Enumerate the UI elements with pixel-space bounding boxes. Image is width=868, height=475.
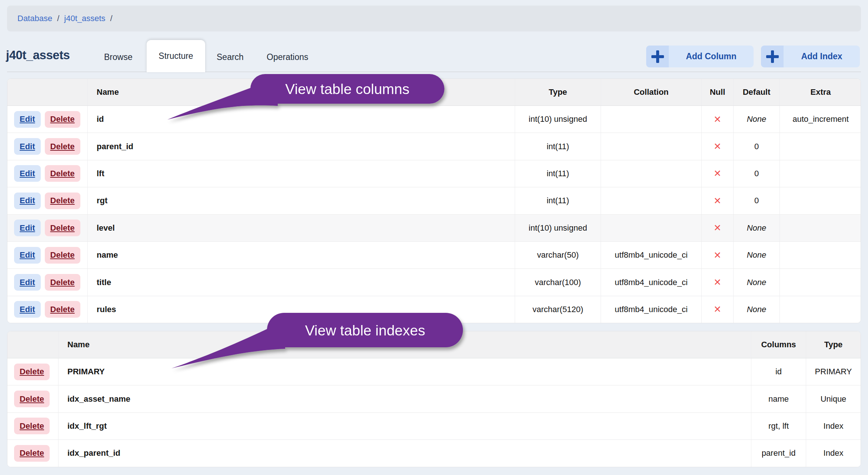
- index-type: PRIMARY: [806, 358, 861, 385]
- tab-operations[interactable]: Operations: [267, 52, 308, 62]
- index-type: Unique: [806, 385, 861, 412]
- column-type: varchar(50): [515, 242, 601, 268]
- column-collation: utf8mb4_unicode_ci: [601, 296, 702, 323]
- column-default: 0: [734, 133, 780, 160]
- column-type: int(11): [515, 133, 601, 160]
- column-collation: [601, 106, 702, 133]
- column-default: None: [734, 296, 780, 323]
- header-null: Null: [702, 79, 734, 106]
- table-row: EditDelete rgt int(11) ✕ 0: [7, 187, 861, 214]
- column-name: title: [88, 269, 515, 295]
- breadcrumb-link-table[interactable]: j40t_assets: [64, 14, 105, 23]
- breadcrumb-link-database[interactable]: Database: [17, 14, 52, 23]
- table-row: Delete idx_asset_name name Unique: [7, 385, 861, 412]
- header-default: Default: [734, 79, 780, 106]
- delete-button[interactable]: Delete: [45, 247, 80, 264]
- delete-button[interactable]: Delete: [45, 138, 80, 155]
- column-default: None: [734, 106, 780, 133]
- column-extra: [780, 187, 861, 214]
- not-null-icon: ✕: [714, 195, 721, 206]
- column-collation: [601, 215, 702, 241]
- delete-button[interactable]: Delete: [14, 364, 50, 380]
- index-type: Index: [806, 413, 861, 439]
- delete-button[interactable]: Delete: [45, 301, 80, 318]
- header-columns: Columns: [751, 331, 806, 358]
- delete-button[interactable]: Delete: [45, 165, 80, 182]
- index-name: PRIMARY: [59, 358, 751, 385]
- not-null-icon: ✕: [714, 304, 721, 315]
- plus-icon: [761, 46, 784, 67]
- header-name: Name: [59, 331, 751, 358]
- table-row: EditDelete level int(10) unsigned ✕ None: [7, 215, 861, 242]
- table-row: EditDelete rules varchar(5120) utf8mb4_u…: [7, 296, 861, 323]
- edit-button[interactable]: Edit: [14, 138, 41, 155]
- column-type: varchar(5120): [515, 296, 601, 323]
- edit-button[interactable]: Edit: [14, 111, 41, 128]
- columns-table-header: Name Type Collation Null Default Extra: [7, 79, 861, 106]
- column-default: None: [734, 269, 780, 295]
- column-name: name: [88, 242, 515, 268]
- column-name: rules: [88, 296, 515, 323]
- header-type: Type: [515, 79, 601, 106]
- column-type: varchar(100): [515, 269, 601, 295]
- column-type: int(10) unsigned: [515, 215, 601, 241]
- table-row: Delete idx_lft_rgt rgt, lft Index: [7, 413, 861, 440]
- table-row: EditDelete name varchar(50) utf8mb4_unic…: [7, 242, 861, 269]
- column-default: 0: [734, 187, 780, 214]
- index-name: idx_parent_id: [59, 440, 751, 466]
- table-row: EditDelete lft int(11) ✕ 0: [7, 160, 861, 187]
- not-null-icon: ✕: [714, 114, 721, 125]
- not-null-icon: ✕: [714, 277, 721, 288]
- add-column-label: Add Column: [669, 46, 754, 67]
- page-title: j40t_assets: [6, 48, 70, 62]
- header-name: Name: [88, 79, 515, 106]
- column-extra: [780, 133, 861, 160]
- add-index-button[interactable]: Add Index: [761, 46, 860, 67]
- column-type: int(11): [515, 187, 601, 214]
- columns-table: Name Type Collation Null Default Extra E…: [7, 78, 861, 323]
- edit-button[interactable]: Edit: [14, 165, 41, 182]
- edit-button[interactable]: Edit: [14, 247, 41, 264]
- table-row: Delete idx_parent_id parent_id Index: [7, 440, 861, 466]
- edit-button[interactable]: Edit: [14, 220, 41, 236]
- column-collation: utf8mb4_unicode_ci: [601, 242, 702, 268]
- edit-button[interactable]: Edit: [14, 301, 41, 318]
- table-row: EditDelete parent_id int(11) ✕ 0: [7, 133, 861, 160]
- header-actions: [7, 331, 59, 358]
- index-name: idx_lft_rgt: [59, 413, 751, 439]
- column-collation: [601, 187, 702, 214]
- breadcrumb: Database / j40t_assets /: [7, 6, 861, 31]
- not-null-icon: ✕: [714, 250, 721, 261]
- tab-structure[interactable]: Structure: [147, 40, 205, 72]
- delete-button[interactable]: Delete: [45, 220, 80, 236]
- index-columns: rgt, lft: [751, 413, 806, 439]
- column-name: id: [88, 106, 515, 133]
- edit-button[interactable]: Edit: [14, 193, 41, 209]
- indexes-table-header: Name Columns Type: [7, 331, 861, 358]
- column-name: level: [88, 215, 515, 241]
- index-name: idx_asset_name: [59, 385, 751, 412]
- not-null-icon: ✕: [714, 141, 721, 152]
- column-collation: [601, 133, 702, 160]
- not-null-icon: ✕: [714, 223, 721, 233]
- delete-button[interactable]: Delete: [14, 445, 50, 462]
- column-name: lft: [88, 160, 515, 187]
- tab-browse[interactable]: Browse: [104, 52, 133, 62]
- add-column-button[interactable]: Add Column: [646, 46, 754, 67]
- column-extra: [780, 296, 861, 323]
- tab-search[interactable]: Search: [217, 52, 244, 62]
- column-extra: [780, 160, 861, 187]
- delete-button[interactable]: Delete: [45, 274, 80, 291]
- delete-button[interactable]: Delete: [45, 111, 80, 128]
- tab-bar-underline: [7, 71, 861, 72]
- delete-button[interactable]: Delete: [14, 391, 50, 407]
- column-extra: auto_increment: [780, 106, 861, 133]
- column-default: None: [734, 242, 780, 268]
- column-collation: utf8mb4_unicode_ci: [601, 269, 702, 295]
- delete-button[interactable]: Delete: [45, 193, 80, 209]
- delete-button[interactable]: Delete: [14, 418, 50, 434]
- not-null-icon: ✕: [714, 168, 721, 179]
- add-index-label: Add Index: [784, 46, 860, 67]
- table-row: EditDelete title varchar(100) utf8mb4_un…: [7, 269, 861, 296]
- edit-button[interactable]: Edit: [14, 274, 41, 291]
